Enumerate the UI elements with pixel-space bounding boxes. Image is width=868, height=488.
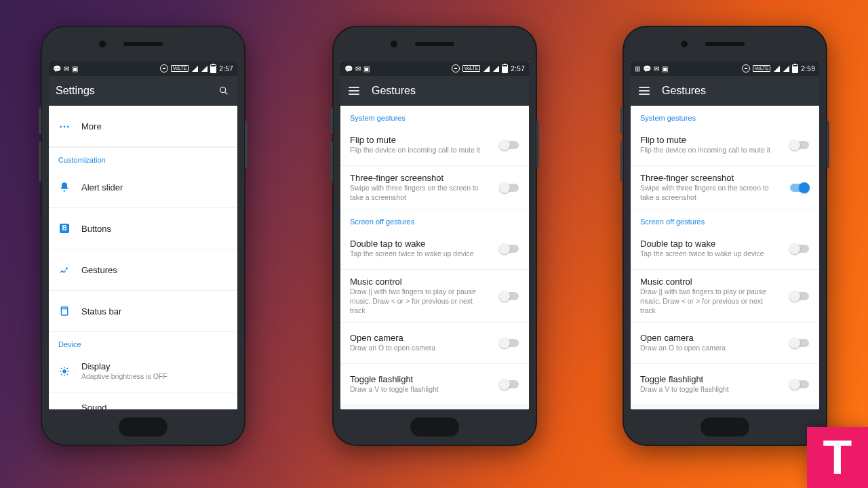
item-sub: Swipe with three fingers on the screen t… xyxy=(640,184,769,202)
page-title: Gestures xyxy=(662,85,812,97)
item-sub: Draw an O to open camera xyxy=(640,344,778,353)
watermark-logo: T xyxy=(807,427,868,488)
gesture-row-music-control[interactable]: Music controlDraw || with two fingers to… xyxy=(631,270,819,323)
gesture-row-three-finger-screenshot[interactable]: Three-finger screenshotSwipe with three … xyxy=(631,166,819,209)
clock-text: 2:57 xyxy=(219,65,233,73)
signal-icon-2 xyxy=(492,65,499,72)
toggle-switch[interactable] xyxy=(499,380,519,389)
svg-point-0 xyxy=(220,87,226,93)
settings-item-display[interactable]: Display Adaptive brightness is OFF xyxy=(49,351,237,392)
screen-2: 💬 ✉ ▣ VoLTE 2:57 Gestures System xyxy=(340,61,529,409)
svg-rect-3 xyxy=(61,307,67,315)
gesture-row-three-finger-screenshot[interactable]: Three-finger screenshotSwipe with three … xyxy=(340,166,529,209)
item-sub: Draw a V to toggle flashlight xyxy=(350,385,488,394)
sound-icon xyxy=(58,407,71,409)
bell-icon xyxy=(58,182,71,192)
item-sub: Adaptive brightness is OFF xyxy=(81,372,228,382)
toggle-switch[interactable] xyxy=(789,338,810,348)
section-label-device: Device xyxy=(49,332,237,351)
home-button[interactable] xyxy=(119,418,167,436)
dnd-icon xyxy=(160,64,168,73)
settings-item-alert-slider[interactable]: Alert slider xyxy=(49,167,237,208)
settings-item-sound[interactable]: Sound Ring volume at 14% xyxy=(49,392,237,409)
menu-icon[interactable] xyxy=(347,84,361,98)
svg-point-2 xyxy=(66,267,68,269)
page-title: Gestures xyxy=(372,85,522,97)
item-label: Toggle flashlight xyxy=(640,374,778,384)
gesture-row-flip-to-mute[interactable]: Flip to muteFlip the device on incoming … xyxy=(631,125,819,166)
dnd-icon xyxy=(742,64,750,73)
item-label: Double tap to wake xyxy=(640,239,778,249)
gesture-row-double-tap[interactable]: Double tap to wakeTap the screen twice t… xyxy=(340,228,529,270)
home-button[interactable] xyxy=(410,418,459,436)
item-label: Status bar xyxy=(81,306,228,317)
status-bar: 💬 ✉ ▣ VoLTE 2:57 xyxy=(340,61,529,76)
stage: 💬 ✉ ▣ VoLTE 2:57 Settings xyxy=(0,0,868,488)
item-sub: Tap the screen twice to wake up device xyxy=(640,249,778,259)
gesture-row-open-camera[interactable]: Open cameraDraw an O to open camera xyxy=(340,323,529,364)
image-icon: ▣ xyxy=(662,65,668,73)
gesture-row-open-camera[interactable]: Open cameraDraw an O to open camera xyxy=(631,323,819,364)
section-label-customization: Customization xyxy=(49,148,237,167)
signal-icon xyxy=(483,65,490,72)
toggle-switch[interactable] xyxy=(789,244,810,253)
gesture-row-toggle-flashlight[interactable]: Toggle flashlightDraw a V to toggle flas… xyxy=(340,364,529,405)
battery-icon xyxy=(502,64,508,73)
item-sub: Draw a V to toggle flashlight xyxy=(640,385,778,394)
gesture-row-flip-to-mute[interactable]: Flip to muteFlip the device on incoming … xyxy=(340,125,529,166)
menu-icon[interactable] xyxy=(637,84,651,98)
settings-item-buttons[interactable]: B Buttons xyxy=(49,208,237,249)
page-title: Settings xyxy=(56,85,206,97)
volte-badge: VoLTE xyxy=(462,65,481,72)
toggle-switch[interactable] xyxy=(499,338,519,348)
settings-item-gestures[interactable]: Gestures xyxy=(49,249,237,291)
sms-icon: ✉ xyxy=(64,65,69,73)
item-label: Double tap to wake xyxy=(350,239,488,249)
dnd-icon xyxy=(452,64,460,73)
watermark-letter: T xyxy=(823,430,852,485)
toggle-switch[interactable] xyxy=(789,380,810,389)
settings-item-status-bar[interactable]: Status bar xyxy=(49,291,237,332)
gesture-row-double-tap[interactable]: Double tap to wakeTap the screen twice t… xyxy=(631,228,819,270)
item-label: Music control xyxy=(350,277,488,287)
item-label: Three-finger screenshot xyxy=(350,173,488,183)
item-sub: Draw an O to open camera xyxy=(350,344,488,353)
search-icon[interactable] xyxy=(217,84,231,98)
app-bar: Gestures xyxy=(631,76,819,106)
toggle-switch[interactable] xyxy=(789,140,810,150)
phone-frame-1: 💬 ✉ ▣ VoLTE 2:57 Settings xyxy=(41,26,245,446)
toggle-switch[interactable] xyxy=(499,291,519,301)
item-label: Three-finger screenshot xyxy=(640,173,778,183)
volte-badge: VoLTE xyxy=(753,65,771,72)
battery-icon xyxy=(792,64,798,73)
settings-list: ⋯ More Customization Alert slider B Butt… xyxy=(49,106,237,409)
svg-line-13 xyxy=(67,368,68,369)
signal-icon-2 xyxy=(783,65,789,72)
toggle-switch[interactable] xyxy=(499,183,519,192)
gesture-row-toggle-flashlight[interactable]: Toggle flashlightDraw a V to toggle flas… xyxy=(631,364,819,405)
item-sub: Draw || with two fingers to play or paus… xyxy=(640,287,769,315)
gesture-row-music-control[interactable]: Music controlDraw || with two fingers to… xyxy=(340,270,529,323)
settings-item-more[interactable]: ⋯ More xyxy=(49,106,237,147)
svg-line-12 xyxy=(61,374,62,375)
svg-point-5 xyxy=(62,369,66,373)
more-label: More xyxy=(81,121,228,131)
item-label: Display xyxy=(81,361,228,371)
home-button[interactable] xyxy=(701,418,749,436)
signal-icon xyxy=(773,65,780,72)
gesture-icon xyxy=(58,264,71,275)
b-square-icon: B xyxy=(58,224,71,233)
toggle-switch[interactable] xyxy=(499,140,519,150)
toggle-switch[interactable] xyxy=(789,183,810,192)
section-label-system-gestures: System gestures xyxy=(340,106,529,125)
signal-icon xyxy=(191,65,198,72)
toggle-switch[interactable] xyxy=(789,291,810,301)
section-label-screen-off-gestures: Screen off gestures xyxy=(631,209,819,228)
chat-icon: 💬 xyxy=(643,65,651,73)
item-sub: Draw || with two fingers to play or paus… xyxy=(350,287,479,315)
toggle-switch[interactable] xyxy=(499,244,519,253)
app-bar: Settings xyxy=(49,76,237,106)
svg-line-10 xyxy=(61,368,62,369)
volte-badge: VoLTE xyxy=(171,65,189,72)
item-sub: Flip the device on incoming call to mute… xyxy=(640,146,778,155)
